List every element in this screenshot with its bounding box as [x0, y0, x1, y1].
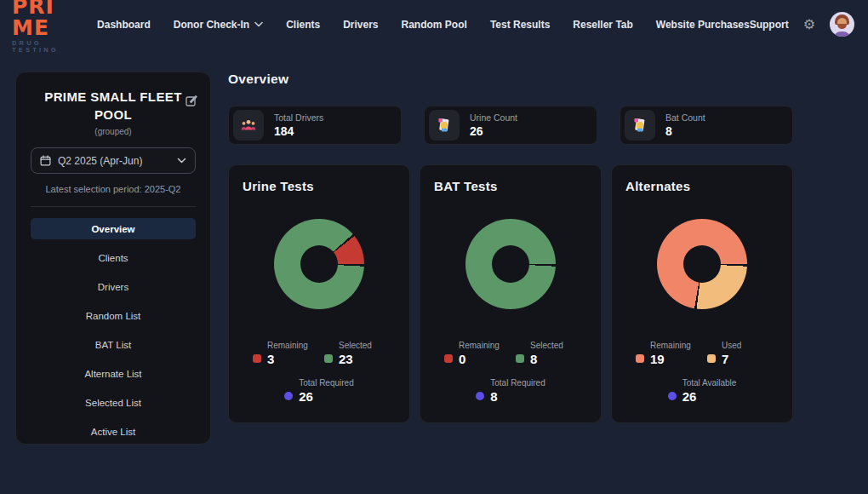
bat-specimen-icon: [625, 110, 655, 141]
sidebar-divider: [31, 206, 196, 207]
stat-card-urine-count: Urine Count 26: [424, 106, 597, 145]
legend-item-selected: Selected8: [516, 336, 587, 367]
donut-hole: [492, 245, 529, 283]
legend-value: 8: [490, 389, 497, 404]
chart-card-urine-tests: Urine Tests Remaining3 Selected23: [228, 164, 410, 423]
nav-item-drivers[interactable]: Drivers: [343, 19, 378, 31]
legend-label: Total Available: [682, 378, 737, 388]
urine-specimen-icon: [429, 110, 460, 141]
legend-item-remaining: Remaining3: [253, 336, 324, 367]
calendar-icon: [40, 155, 51, 166]
stat-label: Bat Count: [665, 112, 705, 123]
chart-card-alternates: Alternates Remaining19 Used7: [611, 164, 793, 423]
main-content: Overview Total Drivers 184: [228, 72, 793, 423]
main-nav: Dashboard Donor Check-In Clients Drivers…: [97, 19, 750, 31]
page-title: Overview: [228, 72, 793, 87]
stat-value: 8: [665, 124, 705, 138]
stat-value: 26: [470, 124, 517, 138]
legend-value: 8: [530, 352, 537, 366]
legend-item-total-required: Total Required8: [476, 374, 545, 405]
brand-logo: PRIME DRUG TESTING: [12, 0, 68, 53]
latest-period-text: Latest selection period: 2025-Q2: [31, 184, 196, 194]
stat-value: 184: [274, 124, 323, 138]
legend-label: Selected: [530, 341, 563, 350]
legend-item-selected: Selected23: [324, 336, 396, 367]
sidebar-nav: Overview Clients Drivers Random List BAT…: [31, 218, 196, 442]
brand-logo-subtitle: DRUG TESTING: [12, 40, 68, 53]
alternates-donut-chart: [657, 219, 747, 309]
edit-pool-icon[interactable]: [186, 95, 197, 106]
sidebar-item-clients[interactable]: Clients: [31, 247, 196, 268]
pool-sidebar: PRIME SMALL FLEET POOL (grouped) Q2 2025…: [15, 72, 211, 445]
legend-dot: [253, 354, 261, 363]
nav-item-dashboard[interactable]: Dashboard: [97, 19, 151, 31]
sidebar-item-drivers[interactable]: Drivers: [31, 276, 196, 297]
nav-item-website-purchases[interactable]: Website Purchases: [656, 19, 750, 31]
stat-label: Total Drivers: [274, 112, 323, 123]
avatar-body: [834, 32, 850, 37]
sidebar-item-overview[interactable]: Overview: [31, 218, 196, 239]
settings-gear-icon[interactable]: ⚙: [803, 18, 815, 32]
chart-legend: Remaining0 Selected8 Total Required8: [434, 336, 587, 405]
navbar-right-cluster: Support ⚙: [750, 12, 854, 37]
sidebar-item-alternate-list[interactable]: Alternate List: [31, 363, 196, 384]
chart-legend: Remaining19 Used7 Total Available26: [625, 336, 779, 405]
avatar-beard: [837, 24, 847, 29]
urine-tests-donut-chart: [274, 219, 364, 309]
donut-hole: [683, 245, 721, 283]
sidebar-item-bat-list[interactable]: BAT List: [31, 334, 196, 355]
period-select[interactable]: Q2 2025 (Apr-Jun): [31, 147, 196, 174]
legend-dot: [707, 354, 716, 363]
legend-label: Remaining: [650, 341, 691, 350]
chevron-down-icon: [177, 158, 186, 164]
nav-item-clients[interactable]: Clients: [286, 19, 320, 31]
legend-dot: [284, 392, 293, 400]
bat-tests-donut-chart: [465, 219, 556, 309]
brand-logo-text: PRIME: [12, 0, 68, 38]
sidebar-item-random-list[interactable]: Random List: [31, 305, 196, 326]
legend-label: Remaining: [459, 341, 500, 350]
user-avatar[interactable]: [830, 12, 854, 37]
pool-title: PRIME SMALL FLEET POOL: [31, 88, 196, 124]
legend-dot: [636, 354, 644, 363]
legend-value: 23: [339, 352, 353, 366]
legend-value: 26: [299, 389, 313, 404]
legend-dot: [444, 354, 453, 363]
legend-item-total-required: Total Required26: [284, 374, 353, 405]
legend-value: 26: [682, 389, 697, 404]
donut-hole: [300, 245, 338, 283]
chart-title: Alternates: [625, 179, 779, 193]
chart-title: BAT Tests: [434, 179, 587, 193]
drivers-group-icon: [233, 110, 264, 141]
legend-item-remaining: Remaining19: [636, 336, 707, 367]
legend-value: 0: [459, 352, 465, 366]
chevron-down-icon: [254, 21, 263, 27]
nav-item-support[interactable]: Support: [750, 19, 789, 31]
legend-dot: [476, 392, 484, 400]
legend-value: 19: [650, 352, 665, 366]
sidebar-item-active-list[interactable]: Active List: [31, 421, 196, 442]
legend-label: Selected: [339, 341, 372, 350]
nav-item-donor-check-in[interactable]: Donor Check-In: [174, 19, 263, 31]
legend-dot: [516, 354, 524, 363]
legend-label: Remaining: [267, 341, 308, 350]
stat-card-total-drivers: Total Drivers 184: [228, 106, 402, 145]
top-navbar: PRIME DRUG TESTING Dashboard Donor Check…: [0, 0, 868, 49]
period-select-value: Q2 2025 (Apr-Jun): [58, 155, 142, 167]
stat-label: Urine Count: [470, 112, 517, 123]
legend-label: Total Required: [299, 378, 353, 388]
sidebar-item-selected-list[interactable]: Selected List: [31, 392, 196, 413]
nav-item-reseller-tab[interactable]: Reseller Tab: [573, 19, 632, 31]
nav-item-test-results[interactable]: Test Results: [490, 19, 550, 31]
chart-legend: Remaining3 Selected23 Total Required26: [243, 336, 396, 405]
stat-card-bat-count: Bat Count 8: [620, 106, 793, 145]
legend-item-total-available: Total Available26: [668, 374, 737, 405]
nav-item-random-pool[interactable]: Random Pool: [402, 19, 467, 31]
chart-card-bat-tests: BAT Tests Remaining0 Selected8: [420, 164, 602, 423]
legend-dot: [324, 354, 333, 363]
pool-subtitle: (grouped): [31, 127, 196, 136]
legend-item-remaining: Remaining0: [444, 336, 516, 367]
charts-row: Urine Tests Remaining3 Selected23: [228, 164, 793, 423]
legend-dot: [668, 392, 677, 400]
legend-item-used: Used7: [707, 336, 779, 367]
